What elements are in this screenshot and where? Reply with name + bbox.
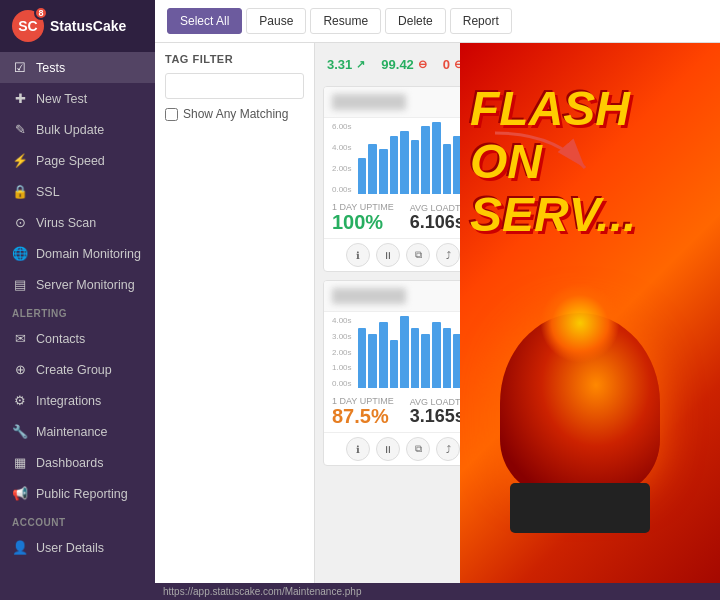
maintenance-label: Maintenance (36, 425, 108, 439)
uptime-value: 100% (332, 212, 394, 232)
envelope-icon: ✉ (12, 331, 28, 346)
chart-bar (390, 136, 399, 194)
plus-icon: ✚ (12, 91, 28, 106)
y-label: 6.00s (332, 122, 352, 131)
page-speed-label: Page Speed (36, 154, 105, 168)
status-url: https://app.statuscake.com/Maintenance.p… (163, 586, 361, 597)
flash-overlay: FLASH ON SERV... (460, 43, 720, 583)
checkbox-icon: ☑ (12, 60, 28, 75)
sidebar-logo: SC 8 StatusCake (0, 0, 155, 52)
stat-uptime-val: 3.31 (327, 57, 352, 72)
uptime-metric: 1 Day Uptime 87.5% (332, 396, 394, 426)
card-name (332, 94, 406, 110)
y-label: 4.00s (332, 143, 352, 152)
info-button[interactable]: ℹ (346, 437, 370, 461)
chart-bar (358, 158, 367, 194)
sidebar-item-domain-monitoring[interactable]: 🌐 Domain Monitoring (0, 238, 155, 269)
user-details-label: User Details (36, 541, 104, 555)
bulk-update-label: Bulk Update (36, 123, 104, 137)
content-area: TAG FILTER Show Any Matching 3.31 ↗ 99.4… (155, 43, 720, 583)
y-label: 0.00s (332, 379, 352, 388)
chart-bar (432, 322, 441, 388)
share-button[interactable]: ⤴ (436, 243, 460, 267)
gauge-icon: ⚡ (12, 153, 28, 168)
contacts-label: Contacts (36, 332, 85, 346)
uptime-value: 87.5% (332, 406, 394, 426)
chart-bar (379, 149, 388, 194)
status-bar: https://app.statuscake.com/Maintenance.p… (155, 583, 720, 600)
chart-bar (443, 328, 452, 388)
tag-filter-input[interactable] (165, 73, 304, 99)
chart-bar (432, 122, 441, 194)
sidebar-item-server-monitoring[interactable]: ▤ Server Monitoring (0, 269, 155, 300)
logo-text: StatusCake (50, 18, 126, 34)
account-section-header: ACCOUNT (0, 509, 155, 532)
sidebar-item-dashboards[interactable]: ▦ Dashboards (0, 447, 155, 478)
y-label: 0.00s (332, 185, 352, 194)
megaphone-icon: 📢 (12, 486, 28, 501)
chart-bar (411, 328, 420, 388)
chart-bar (358, 328, 367, 388)
sidebar-item-tests[interactable]: ☑ Tests (0, 52, 155, 83)
sidebar-item-page-speed[interactable]: ⚡ Page Speed (0, 145, 155, 176)
sidebar-item-ssl[interactable]: 🔒 SSL (0, 176, 155, 207)
sidebar-item-virus-scan[interactable]: ⊙ Virus Scan (0, 207, 155, 238)
sidebar-item-create-group[interactable]: ⊕ Create Group (0, 354, 155, 385)
new-test-label: New Test (36, 92, 87, 106)
flash-text: FLASH ON SERV... (470, 83, 720, 241)
chart-bar (421, 334, 430, 388)
dashboards-label: Dashboards (36, 456, 103, 470)
chart-y-labels: 6.00s4.00s2.00s0.00s (332, 122, 352, 194)
pause-btn[interactable]: ⏸ (376, 437, 400, 461)
card-name (332, 288, 406, 304)
sidebar-item-contacts[interactable]: ✉ Contacts (0, 323, 155, 354)
tests-label: Tests (36, 61, 65, 75)
y-label: 3.00s (332, 332, 352, 341)
copy-button[interactable]: ⧉ (406, 243, 430, 267)
stat-down-val: 0 (443, 57, 450, 72)
stat-percent: 99.42 ⊖ (381, 57, 427, 72)
show-any-matching-label: Show Any Matching (183, 107, 288, 121)
virus-scan-label: Virus Scan (36, 216, 96, 230)
report-button[interactable]: Report (450, 8, 512, 34)
chart-bar (421, 126, 430, 194)
chart-bar (379, 322, 388, 388)
edit-icon: ✎ (12, 122, 28, 137)
sidebar-item-public-reporting[interactable]: 📢 Public Reporting (0, 478, 155, 509)
chart-bar (400, 131, 409, 194)
alerting-section-header: ALERTING (0, 300, 155, 323)
copy-button[interactable]: ⧉ (406, 437, 430, 461)
y-label: 4.00s (332, 316, 352, 325)
trend-up-icon: ↗ (356, 58, 365, 71)
show-any-matching-check[interactable] (165, 108, 178, 121)
sidebar-item-new-test[interactable]: ✚ New Test (0, 83, 155, 114)
uptime-metric: 1 Day Uptime 100% (332, 202, 394, 232)
public-reporting-label: Public Reporting (36, 487, 128, 501)
show-any-matching-checkbox[interactable]: Show Any Matching (165, 107, 304, 121)
y-label: 1.00s (332, 363, 352, 372)
y-label: 2.00s (332, 164, 352, 173)
server-monitoring-label: Server Monitoring (36, 278, 135, 292)
dashboard-icon: ▦ (12, 455, 28, 470)
share-button[interactable]: ⤴ (436, 437, 460, 461)
notification-badge: 8 (34, 6, 48, 20)
info-button[interactable]: ℹ (346, 243, 370, 267)
user-icon: 👤 (12, 540, 28, 555)
sidebar-item-maintenance[interactable]: 🔧 Maintenance (0, 416, 155, 447)
resume-button[interactable]: Resume (310, 8, 381, 34)
chart-bar (368, 144, 377, 194)
delete-button[interactable]: Delete (385, 8, 446, 34)
chart-bar (411, 140, 420, 194)
sidebar: SC 8 StatusCake ☑ Tests ✚ New Test ✎ Bul… (0, 0, 155, 600)
stat-percent-val: 99.42 (381, 57, 414, 72)
pause-btn[interactable]: ⏸ (376, 243, 400, 267)
pause-button[interactable]: Pause (246, 8, 306, 34)
left-panel: TAG FILTER Show Any Matching (155, 43, 315, 583)
sidebar-item-user-details[interactable]: 👤 User Details (0, 532, 155, 563)
toolbar: Select All Pause Resume Delete Report (155, 0, 720, 43)
sidebar-item-integrations[interactable]: ⚙ Integrations (0, 385, 155, 416)
select-all-button[interactable]: Select All (167, 8, 242, 34)
sidebar-item-bulk-update[interactable]: ✎ Bulk Update (0, 114, 155, 145)
stat-uptime: 3.31 ↗ (327, 57, 365, 72)
globe-icon: 🌐 (12, 246, 28, 261)
